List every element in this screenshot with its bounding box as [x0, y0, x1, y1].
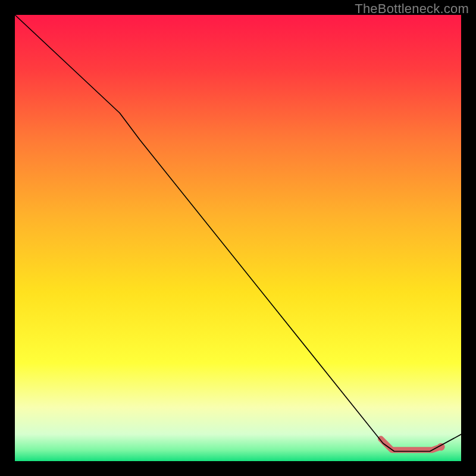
bottleneck-curve-path — [15, 15, 461, 452]
plot-curves — [15, 15, 461, 461]
chart-stage: TheBottleneck.com — [0, 0, 476, 476]
watermark-text: TheBottleneck.com — [355, 1, 469, 17]
plot-area — [15, 15, 461, 461]
